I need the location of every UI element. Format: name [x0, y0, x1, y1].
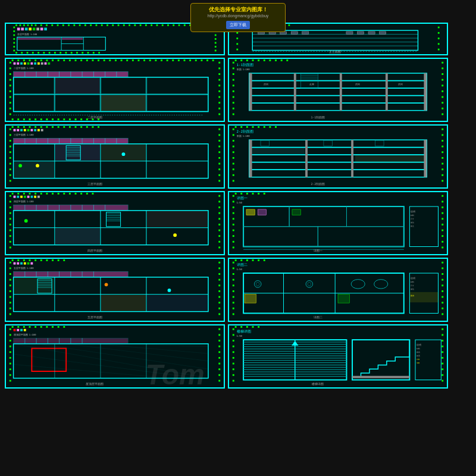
- svg-rect-560: [233, 174, 234, 176]
- svg-rect-571: [441, 180, 443, 181]
- svg-rect-498: [281, 60, 283, 61]
- svg-rect-567: [441, 157, 443, 159]
- svg-rect-358: [218, 267, 220, 269]
- svg-rect-64: [82, 52, 83, 54]
- svg-rect-113: [178, 60, 180, 61]
- svg-rect-25: [145, 24, 147, 26]
- svg-rect-597: [233, 195, 234, 197]
- svg-rect-159: [24, 62, 26, 65]
- svg-rect-652: [441, 262, 443, 264]
- svg-rect-117: [201, 60, 202, 61]
- svg-rect-463: [289, 24, 290, 26]
- svg-rect-429: [14, 329, 16, 331]
- svg-rect-419: [218, 328, 220, 330]
- svg-rect-302: [218, 246, 220, 248]
- svg-rect-165: [45, 62, 47, 65]
- svg-text:房间: 房间: [398, 83, 403, 86]
- svg-text:四层平面图 1:100: 四层平面图 1:100: [14, 200, 35, 203]
- svg-rect-6: [40, 24, 42, 26]
- svg-rect-389: [147, 295, 208, 311]
- svg-rect-399: [12, 326, 14, 328]
- svg-text:首层平面图 1:100: 首层平面图 1:100: [17, 33, 37, 36]
- svg-text:1:50: 1:50: [237, 268, 243, 271]
- svg-rect-559: [233, 168, 234, 170]
- svg-rect-508: [233, 108, 234, 109]
- svg-rect-288: [10, 224, 11, 226]
- svg-rect-657: [441, 290, 443, 292]
- main-container: 优先选择专业室内图库！ http://ycdb.dongmancg/gybdcb…: [0, 0, 476, 476]
- svg-rect-413: [10, 351, 11, 353]
- svg-rect-22: [129, 24, 130, 26]
- svg-rect-187: [14, 95, 54, 111]
- svg-point-669: [256, 282, 259, 286]
- svg-rect-201: [58, 126, 60, 128]
- svg-rect-365: [218, 308, 220, 309]
- svg-rect-57: [43, 52, 45, 54]
- svg-rect-689: [233, 328, 234, 330]
- svg-rect-152: [80, 118, 82, 120]
- svg-rect-404: [40, 326, 42, 328]
- svg-rect-534: [386, 73, 388, 111]
- svg-rect-351: [10, 284, 11, 286]
- svg-rect-654: [441, 273, 443, 275]
- svg-point-334: [24, 219, 28, 223]
- svg-rect-281: [86, 193, 88, 195]
- svg-rect-18: [107, 24, 108, 26]
- svg-rect-563: [441, 134, 443, 136]
- svg-rect-326: [55, 228, 100, 245]
- svg-rect-598: [233, 201, 234, 202]
- svg-rect-530: [249, 73, 252, 111]
- svg-rect-685: [240, 326, 242, 328]
- svg-rect-651: [233, 313, 234, 315]
- svg-rect-346: [63, 259, 65, 261]
- svg-rect-556: [233, 151, 234, 153]
- svg-rect-151: [75, 118, 77, 120]
- svg-rect-558: [233, 163, 234, 165]
- svg-rect-44: [13, 50, 15, 52]
- svg-rect-40: [13, 35, 15, 36]
- svg-rect-208: [98, 126, 99, 128]
- svg-rect-555: [233, 146, 234, 148]
- svg-rect-661: [441, 313, 443, 315]
- svg-rect-202: [63, 126, 65, 128]
- svg-rect-350: [10, 279, 11, 281]
- svg-rect-8: [51, 24, 53, 26]
- svg-rect-503: [233, 79, 234, 81]
- svg-rect-702: [441, 346, 443, 347]
- svg-rect-48: [215, 38, 217, 40]
- svg-rect-388: [101, 295, 146, 311]
- svg-rect-15: [90, 24, 92, 26]
- svg-rect-286: [10, 212, 11, 214]
- svg-rect-706: [441, 368, 443, 370]
- svg-rect-426: [218, 368, 220, 370]
- svg-line-444: [37, 344, 208, 369]
- svg-rect-347: [10, 262, 11, 264]
- svg-rect-55: [32, 52, 34, 54]
- svg-line-445: [66, 344, 208, 361]
- svg-rect-276: [58, 193, 60, 195]
- svg-rect-125: [10, 90, 11, 92]
- svg-rect-86: [23, 60, 25, 61]
- svg-rect-283: [10, 195, 11, 197]
- svg-rect-156: [14, 62, 16, 65]
- svg-rect-73: [36, 27, 39, 30]
- svg-rect-231: [20, 129, 23, 131]
- svg-rect-623: [243, 227, 318, 247]
- svg-rect-626: [258, 209, 266, 215]
- svg-rect-291: [10, 241, 11, 243]
- svg-rect-149: [63, 118, 65, 120]
- svg-rect-222: [218, 146, 220, 148]
- svg-rect-636: [235, 259, 237, 261]
- svg-rect-699: [441, 328, 443, 330]
- panel-L2: 三层平面图 1:100: [5, 124, 225, 189]
- svg-rect-595: [258, 193, 259, 195]
- svg-rect-564: [441, 140, 443, 142]
- svg-text:二层平面图 1:100: 二层平面图 1:100: [14, 67, 35, 70]
- svg-text:1-1剖面图: 1-1剖面图: [237, 62, 253, 67]
- svg-rect-612: [441, 224, 443, 226]
- svg-text:楼梯详图: 楼梯详图: [237, 329, 251, 333]
- download-button[interactable]: 立即下载: [226, 21, 250, 29]
- svg-rect-645: [233, 279, 234, 281]
- svg-rect-157: [17, 62, 19, 65]
- svg-point-668: [254, 281, 261, 288]
